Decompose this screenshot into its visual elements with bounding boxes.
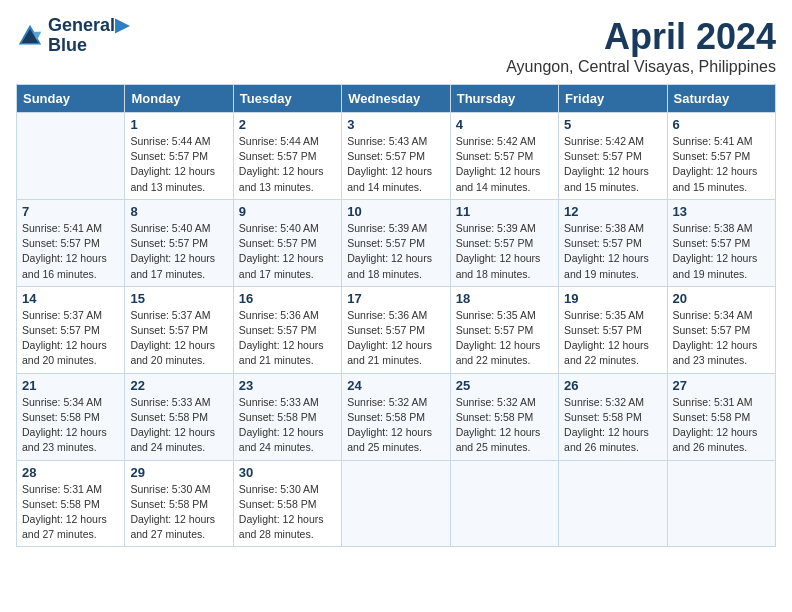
day-detail: Sunrise: 5:44 AM Sunset: 5:57 PM Dayligh… (239, 134, 336, 195)
calendar-cell (559, 460, 667, 547)
day-detail: Sunrise: 5:35 AM Sunset: 5:57 PM Dayligh… (456, 308, 553, 369)
calendar-week-row: 1Sunrise: 5:44 AM Sunset: 5:57 PM Daylig… (17, 113, 776, 200)
day-detail: Sunrise: 5:31 AM Sunset: 5:58 PM Dayligh… (22, 482, 119, 543)
calendar-cell: 8Sunrise: 5:40 AM Sunset: 5:57 PM Daylig… (125, 199, 233, 286)
day-number: 3 (347, 117, 444, 132)
day-detail: Sunrise: 5:30 AM Sunset: 5:58 PM Dayligh… (239, 482, 336, 543)
day-number: 30 (239, 465, 336, 480)
calendar-cell: 17Sunrise: 5:36 AM Sunset: 5:57 PM Dayli… (342, 286, 450, 373)
calendar-cell: 11Sunrise: 5:39 AM Sunset: 5:57 PM Dayli… (450, 199, 558, 286)
day-detail: Sunrise: 5:33 AM Sunset: 5:58 PM Dayligh… (239, 395, 336, 456)
calendar-cell: 24Sunrise: 5:32 AM Sunset: 5:58 PM Dayli… (342, 373, 450, 460)
day-number: 9 (239, 204, 336, 219)
calendar-week-row: 21Sunrise: 5:34 AM Sunset: 5:58 PM Dayli… (17, 373, 776, 460)
day-number: 23 (239, 378, 336, 393)
calendar-cell: 12Sunrise: 5:38 AM Sunset: 5:57 PM Dayli… (559, 199, 667, 286)
calendar-cell: 18Sunrise: 5:35 AM Sunset: 5:57 PM Dayli… (450, 286, 558, 373)
month-title: April 2024 (506, 16, 776, 58)
day-number: 17 (347, 291, 444, 306)
calendar-week-row: 7Sunrise: 5:41 AM Sunset: 5:57 PM Daylig… (17, 199, 776, 286)
header-day: Tuesday (233, 85, 341, 113)
day-detail: Sunrise: 5:33 AM Sunset: 5:58 PM Dayligh… (130, 395, 227, 456)
day-detail: Sunrise: 5:32 AM Sunset: 5:58 PM Dayligh… (564, 395, 661, 456)
day-detail: Sunrise: 5:31 AM Sunset: 5:58 PM Dayligh… (673, 395, 770, 456)
day-number: 7 (22, 204, 119, 219)
calendar-cell: 15Sunrise: 5:37 AM Sunset: 5:57 PM Dayli… (125, 286, 233, 373)
day-number: 21 (22, 378, 119, 393)
day-number: 18 (456, 291, 553, 306)
day-detail: Sunrise: 5:42 AM Sunset: 5:57 PM Dayligh… (564, 134, 661, 195)
calendar-cell: 3Sunrise: 5:43 AM Sunset: 5:57 PM Daylig… (342, 113, 450, 200)
calendar-cell (450, 460, 558, 547)
day-detail: Sunrise: 5:42 AM Sunset: 5:57 PM Dayligh… (456, 134, 553, 195)
header-day: Friday (559, 85, 667, 113)
calendar-cell: 6Sunrise: 5:41 AM Sunset: 5:57 PM Daylig… (667, 113, 775, 200)
day-detail: Sunrise: 5:37 AM Sunset: 5:57 PM Dayligh… (130, 308, 227, 369)
calendar-week-row: 28Sunrise: 5:31 AM Sunset: 5:58 PM Dayli… (17, 460, 776, 547)
calendar-cell (17, 113, 125, 200)
day-number: 15 (130, 291, 227, 306)
day-detail: Sunrise: 5:36 AM Sunset: 5:57 PM Dayligh… (347, 308, 444, 369)
day-number: 2 (239, 117, 336, 132)
day-detail: Sunrise: 5:40 AM Sunset: 5:57 PM Dayligh… (130, 221, 227, 282)
day-number: 24 (347, 378, 444, 393)
calendar-cell: 13Sunrise: 5:38 AM Sunset: 5:57 PM Dayli… (667, 199, 775, 286)
calendar-cell: 2Sunrise: 5:44 AM Sunset: 5:57 PM Daylig… (233, 113, 341, 200)
day-number: 19 (564, 291, 661, 306)
calendar-cell: 25Sunrise: 5:32 AM Sunset: 5:58 PM Dayli… (450, 373, 558, 460)
calendar-cell: 30Sunrise: 5:30 AM Sunset: 5:58 PM Dayli… (233, 460, 341, 547)
day-number: 1 (130, 117, 227, 132)
calendar-table: SundayMondayTuesdayWednesdayThursdayFrid… (16, 84, 776, 547)
day-number: 8 (130, 204, 227, 219)
calendar-cell: 22Sunrise: 5:33 AM Sunset: 5:58 PM Dayli… (125, 373, 233, 460)
logo: General▶ Blue (16, 16, 129, 56)
calendar-cell: 29Sunrise: 5:30 AM Sunset: 5:58 PM Dayli… (125, 460, 233, 547)
page-header: General▶ Blue April 2024 Ayungon, Centra… (16, 16, 776, 76)
day-detail: Sunrise: 5:40 AM Sunset: 5:57 PM Dayligh… (239, 221, 336, 282)
day-detail: Sunrise: 5:39 AM Sunset: 5:57 PM Dayligh… (456, 221, 553, 282)
calendar-cell: 14Sunrise: 5:37 AM Sunset: 5:57 PM Dayli… (17, 286, 125, 373)
logo-text: General▶ Blue (48, 16, 129, 56)
day-detail: Sunrise: 5:38 AM Sunset: 5:57 PM Dayligh… (564, 221, 661, 282)
calendar-cell (342, 460, 450, 547)
calendar-cell: 10Sunrise: 5:39 AM Sunset: 5:57 PM Dayli… (342, 199, 450, 286)
day-number: 20 (673, 291, 770, 306)
calendar-cell: 7Sunrise: 5:41 AM Sunset: 5:57 PM Daylig… (17, 199, 125, 286)
day-detail: Sunrise: 5:38 AM Sunset: 5:57 PM Dayligh… (673, 221, 770, 282)
day-number: 4 (456, 117, 553, 132)
calendar-cell: 23Sunrise: 5:33 AM Sunset: 5:58 PM Dayli… (233, 373, 341, 460)
day-number: 11 (456, 204, 553, 219)
calendar-cell: 20Sunrise: 5:34 AM Sunset: 5:57 PM Dayli… (667, 286, 775, 373)
day-detail: Sunrise: 5:37 AM Sunset: 5:57 PM Dayligh… (22, 308, 119, 369)
header-row: SundayMondayTuesdayWednesdayThursdayFrid… (17, 85, 776, 113)
calendar-week-row: 14Sunrise: 5:37 AM Sunset: 5:57 PM Dayli… (17, 286, 776, 373)
day-detail: Sunrise: 5:36 AM Sunset: 5:57 PM Dayligh… (239, 308, 336, 369)
day-number: 6 (673, 117, 770, 132)
header-day: Monday (125, 85, 233, 113)
day-number: 27 (673, 378, 770, 393)
day-detail: Sunrise: 5:32 AM Sunset: 5:58 PM Dayligh… (347, 395, 444, 456)
day-number: 25 (456, 378, 553, 393)
day-number: 10 (347, 204, 444, 219)
header-day: Saturday (667, 85, 775, 113)
calendar-cell: 9Sunrise: 5:40 AM Sunset: 5:57 PM Daylig… (233, 199, 341, 286)
day-detail: Sunrise: 5:44 AM Sunset: 5:57 PM Dayligh… (130, 134, 227, 195)
day-number: 28 (22, 465, 119, 480)
logo-icon (16, 22, 44, 50)
calendar-cell (667, 460, 775, 547)
calendar-cell: 28Sunrise: 5:31 AM Sunset: 5:58 PM Dayli… (17, 460, 125, 547)
day-detail: Sunrise: 5:34 AM Sunset: 5:58 PM Dayligh… (22, 395, 119, 456)
header-day: Wednesday (342, 85, 450, 113)
title-area: April 2024 Ayungon, Central Visayas, Phi… (506, 16, 776, 76)
header-day: Thursday (450, 85, 558, 113)
day-number: 29 (130, 465, 227, 480)
day-number: 5 (564, 117, 661, 132)
calendar-cell: 27Sunrise: 5:31 AM Sunset: 5:58 PM Dayli… (667, 373, 775, 460)
calendar-cell: 16Sunrise: 5:36 AM Sunset: 5:57 PM Dayli… (233, 286, 341, 373)
day-detail: Sunrise: 5:41 AM Sunset: 5:57 PM Dayligh… (673, 134, 770, 195)
day-detail: Sunrise: 5:32 AM Sunset: 5:58 PM Dayligh… (456, 395, 553, 456)
day-number: 26 (564, 378, 661, 393)
calendar-cell: 26Sunrise: 5:32 AM Sunset: 5:58 PM Dayli… (559, 373, 667, 460)
calendar-cell: 4Sunrise: 5:42 AM Sunset: 5:57 PM Daylig… (450, 113, 558, 200)
calendar-cell: 21Sunrise: 5:34 AM Sunset: 5:58 PM Dayli… (17, 373, 125, 460)
